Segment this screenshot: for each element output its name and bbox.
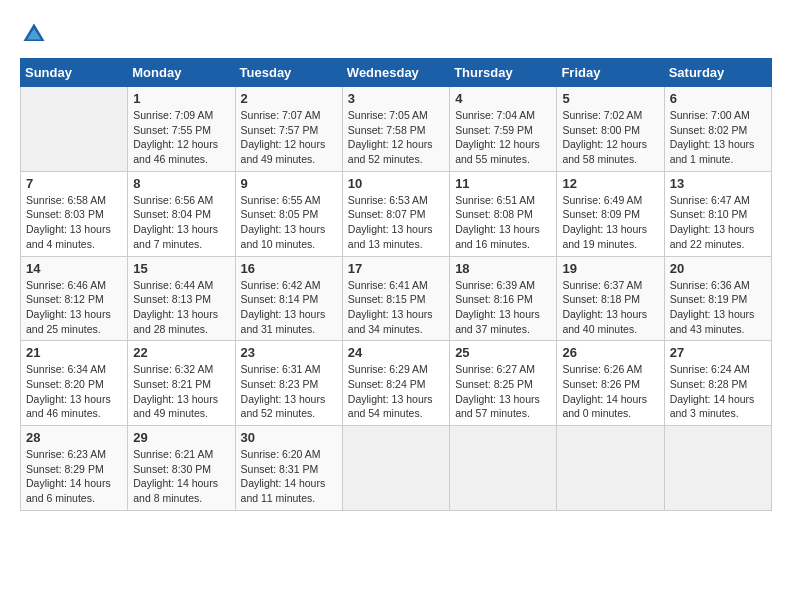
calendar-cell: 4Sunrise: 7:04 AMSunset: 7:59 PMDaylight…: [450, 87, 557, 172]
calendar-cell: 20Sunrise: 6:36 AMSunset: 8:19 PMDayligh…: [664, 256, 771, 341]
day-number: 30: [241, 430, 337, 445]
day-info: Sunrise: 6:34 AMSunset: 8:20 PMDaylight:…: [26, 362, 122, 421]
day-info: Sunrise: 6:32 AMSunset: 8:21 PMDaylight:…: [133, 362, 229, 421]
calendar-cell: 12Sunrise: 6:49 AMSunset: 8:09 PMDayligh…: [557, 171, 664, 256]
day-number: 14: [26, 261, 122, 276]
calendar-cell: [21, 87, 128, 172]
day-info: Sunrise: 6:51 AMSunset: 8:08 PMDaylight:…: [455, 193, 551, 252]
calendar-table: SundayMondayTuesdayWednesdayThursdayFrid…: [20, 58, 772, 511]
day-info: Sunrise: 6:55 AMSunset: 8:05 PMDaylight:…: [241, 193, 337, 252]
calendar-cell: 1Sunrise: 7:09 AMSunset: 7:55 PMDaylight…: [128, 87, 235, 172]
day-number: 5: [562, 91, 658, 106]
calendar-cell: 6Sunrise: 7:00 AMSunset: 8:02 PMDaylight…: [664, 87, 771, 172]
day-number: 15: [133, 261, 229, 276]
day-info: Sunrise: 6:42 AMSunset: 8:14 PMDaylight:…: [241, 278, 337, 337]
day-number: 16: [241, 261, 337, 276]
day-info: Sunrise: 7:04 AMSunset: 7:59 PMDaylight:…: [455, 108, 551, 167]
calendar-cell: 7Sunrise: 6:58 AMSunset: 8:03 PMDaylight…: [21, 171, 128, 256]
day-number: 24: [348, 345, 444, 360]
day-number: 9: [241, 176, 337, 191]
day-number: 13: [670, 176, 766, 191]
calendar-cell: [450, 426, 557, 511]
day-number: 29: [133, 430, 229, 445]
day-number: 2: [241, 91, 337, 106]
day-number: 20: [670, 261, 766, 276]
day-info: Sunrise: 6:26 AMSunset: 8:26 PMDaylight:…: [562, 362, 658, 421]
day-number: 18: [455, 261, 551, 276]
calendar-week-row: 1Sunrise: 7:09 AMSunset: 7:55 PMDaylight…: [21, 87, 772, 172]
calendar-cell: 29Sunrise: 6:21 AMSunset: 8:30 PMDayligh…: [128, 426, 235, 511]
day-info: Sunrise: 7:07 AMSunset: 7:57 PMDaylight:…: [241, 108, 337, 167]
day-number: 25: [455, 345, 551, 360]
day-info: Sunrise: 6:36 AMSunset: 8:19 PMDaylight:…: [670, 278, 766, 337]
day-info: Sunrise: 6:23 AMSunset: 8:29 PMDaylight:…: [26, 447, 122, 506]
day-info: Sunrise: 6:24 AMSunset: 8:28 PMDaylight:…: [670, 362, 766, 421]
day-info: Sunrise: 6:37 AMSunset: 8:18 PMDaylight:…: [562, 278, 658, 337]
day-info: Sunrise: 6:31 AMSunset: 8:23 PMDaylight:…: [241, 362, 337, 421]
calendar-cell: 28Sunrise: 6:23 AMSunset: 8:29 PMDayligh…: [21, 426, 128, 511]
day-of-week-header: Tuesday: [235, 59, 342, 87]
calendar-cell: 3Sunrise: 7:05 AMSunset: 7:58 PMDaylight…: [342, 87, 449, 172]
calendar-cell: 2Sunrise: 7:07 AMSunset: 7:57 PMDaylight…: [235, 87, 342, 172]
day-number: 10: [348, 176, 444, 191]
day-number: 6: [670, 91, 766, 106]
calendar-cell: 19Sunrise: 6:37 AMSunset: 8:18 PMDayligh…: [557, 256, 664, 341]
day-of-week-header: Monday: [128, 59, 235, 87]
day-info: Sunrise: 6:47 AMSunset: 8:10 PMDaylight:…: [670, 193, 766, 252]
day-number: 8: [133, 176, 229, 191]
day-number: 28: [26, 430, 122, 445]
day-info: Sunrise: 7:05 AMSunset: 7:58 PMDaylight:…: [348, 108, 444, 167]
day-info: Sunrise: 6:39 AMSunset: 8:16 PMDaylight:…: [455, 278, 551, 337]
calendar-cell: 26Sunrise: 6:26 AMSunset: 8:26 PMDayligh…: [557, 341, 664, 426]
day-number: 1: [133, 91, 229, 106]
day-info: Sunrise: 7:02 AMSunset: 8:00 PMDaylight:…: [562, 108, 658, 167]
day-number: 3: [348, 91, 444, 106]
day-number: 27: [670, 345, 766, 360]
day-number: 26: [562, 345, 658, 360]
calendar-cell: 23Sunrise: 6:31 AMSunset: 8:23 PMDayligh…: [235, 341, 342, 426]
day-of-week-header: Thursday: [450, 59, 557, 87]
day-info: Sunrise: 6:41 AMSunset: 8:15 PMDaylight:…: [348, 278, 444, 337]
day-number: 4: [455, 91, 551, 106]
day-number: 19: [562, 261, 658, 276]
calendar-cell: [557, 426, 664, 511]
day-number: 17: [348, 261, 444, 276]
calendar-cell: 25Sunrise: 6:27 AMSunset: 8:25 PMDayligh…: [450, 341, 557, 426]
day-info: Sunrise: 6:46 AMSunset: 8:12 PMDaylight:…: [26, 278, 122, 337]
day-info: Sunrise: 7:09 AMSunset: 7:55 PMDaylight:…: [133, 108, 229, 167]
day-of-week-header: Friday: [557, 59, 664, 87]
day-number: 11: [455, 176, 551, 191]
day-info: Sunrise: 7:00 AMSunset: 8:02 PMDaylight:…: [670, 108, 766, 167]
calendar-header-row: SundayMondayTuesdayWednesdayThursdayFrid…: [21, 59, 772, 87]
day-number: 21: [26, 345, 122, 360]
calendar-cell: [664, 426, 771, 511]
day-info: Sunrise: 6:49 AMSunset: 8:09 PMDaylight:…: [562, 193, 658, 252]
day-info: Sunrise: 6:53 AMSunset: 8:07 PMDaylight:…: [348, 193, 444, 252]
calendar-week-row: 7Sunrise: 6:58 AMSunset: 8:03 PMDaylight…: [21, 171, 772, 256]
calendar-cell: 5Sunrise: 7:02 AMSunset: 8:00 PMDaylight…: [557, 87, 664, 172]
calendar-cell: 30Sunrise: 6:20 AMSunset: 8:31 PMDayligh…: [235, 426, 342, 511]
day-info: Sunrise: 6:58 AMSunset: 8:03 PMDaylight:…: [26, 193, 122, 252]
day-of-week-header: Wednesday: [342, 59, 449, 87]
calendar-cell: 22Sunrise: 6:32 AMSunset: 8:21 PMDayligh…: [128, 341, 235, 426]
day-of-week-header: Sunday: [21, 59, 128, 87]
day-of-week-header: Saturday: [664, 59, 771, 87]
day-info: Sunrise: 6:27 AMSunset: 8:25 PMDaylight:…: [455, 362, 551, 421]
day-info: Sunrise: 6:21 AMSunset: 8:30 PMDaylight:…: [133, 447, 229, 506]
calendar-cell: 14Sunrise: 6:46 AMSunset: 8:12 PMDayligh…: [21, 256, 128, 341]
day-number: 12: [562, 176, 658, 191]
page-header: [20, 20, 772, 48]
calendar-cell: 16Sunrise: 6:42 AMSunset: 8:14 PMDayligh…: [235, 256, 342, 341]
calendar-cell: 17Sunrise: 6:41 AMSunset: 8:15 PMDayligh…: [342, 256, 449, 341]
day-info: Sunrise: 6:29 AMSunset: 8:24 PMDaylight:…: [348, 362, 444, 421]
calendar-cell: 8Sunrise: 6:56 AMSunset: 8:04 PMDaylight…: [128, 171, 235, 256]
calendar-cell: [342, 426, 449, 511]
calendar-cell: 10Sunrise: 6:53 AMSunset: 8:07 PMDayligh…: [342, 171, 449, 256]
calendar-cell: 18Sunrise: 6:39 AMSunset: 8:16 PMDayligh…: [450, 256, 557, 341]
logo-icon: [20, 20, 48, 48]
day-info: Sunrise: 6:44 AMSunset: 8:13 PMDaylight:…: [133, 278, 229, 337]
day-info: Sunrise: 6:56 AMSunset: 8:04 PMDaylight:…: [133, 193, 229, 252]
calendar-cell: 27Sunrise: 6:24 AMSunset: 8:28 PMDayligh…: [664, 341, 771, 426]
calendar-week-row: 14Sunrise: 6:46 AMSunset: 8:12 PMDayligh…: [21, 256, 772, 341]
calendar-week-row: 28Sunrise: 6:23 AMSunset: 8:29 PMDayligh…: [21, 426, 772, 511]
